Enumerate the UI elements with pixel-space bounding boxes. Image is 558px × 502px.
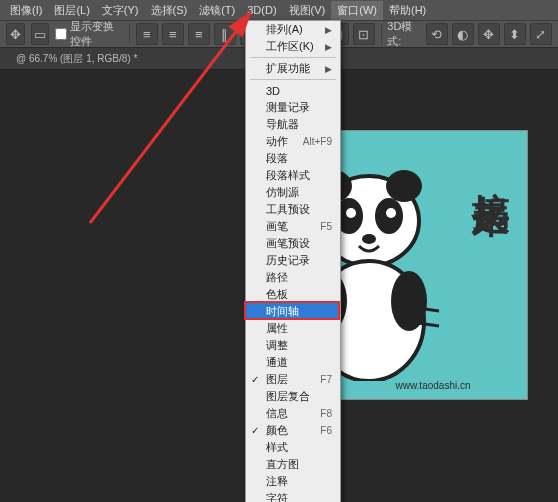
- menu-shortcut: F8: [320, 408, 332, 419]
- menu-item-label: 时间轴: [266, 304, 299, 319]
- show-transform-label: 显示变换控件: [70, 19, 123, 49]
- move-tool-icon[interactable]: ✥: [6, 23, 25, 45]
- menu-item[interactable]: 工具预设: [246, 201, 340, 218]
- panda-graphic: [338, 161, 469, 381]
- menu-item[interactable]: 工作区(K)▶: [246, 38, 340, 55]
- menu-item[interactable]: 图像(I): [4, 1, 48, 20]
- menu-item[interactable]: 段落样式: [246, 167, 340, 184]
- menu-item[interactable]: 路径: [246, 269, 340, 286]
- menu-item-label: 工作区(K): [266, 39, 314, 54]
- menu-item[interactable]: 3D(D): [241, 2, 282, 18]
- menu-item-label: 扩展功能: [266, 61, 310, 76]
- menu-item[interactable]: 动作Alt+F9: [246, 133, 340, 150]
- menu-item-label: 排列(A): [266, 22, 303, 37]
- menu-item[interactable]: 文字(Y): [96, 1, 145, 20]
- menu-shortcut: F6: [320, 425, 332, 436]
- layer-select-icon[interactable]: ▭: [31, 23, 50, 45]
- menu-item[interactable]: 测量记录: [246, 99, 340, 116]
- menu-item-label: 路径: [266, 270, 288, 285]
- menu-item[interactable]: 仿制源: [246, 184, 340, 201]
- menu-item-label: 历史记录: [266, 253, 310, 268]
- distribute-icon[interactable]: ⊡: [353, 23, 375, 45]
- image-watermark: www.taodashi.cn: [339, 380, 527, 391]
- menu-item[interactable]: 选择(S): [145, 1, 194, 20]
- window-menu-dropdown: 排列(A)▶工作区(K)▶扩展功能▶3D测量记录导航器动作Alt+F9段落段落样…: [245, 20, 341, 502]
- menu-item-label: 样式: [266, 440, 288, 455]
- menu-item-label: 工具预设: [266, 202, 310, 217]
- menu-item[interactable]: 导航器: [246, 116, 340, 133]
- menu-item[interactable]: 时间轴: [246, 303, 340, 320]
- mode-3d-label: 3D模式:: [387, 19, 420, 49]
- align-icon[interactable]: ≡: [162, 23, 184, 45]
- 3d-icon[interactable]: ✥: [478, 23, 500, 45]
- menu-item[interactable]: 注释: [246, 473, 340, 490]
- menu-item[interactable]: 画笔F5: [246, 218, 340, 235]
- menu-item[interactable]: 帮助(H): [383, 1, 432, 20]
- menu-item[interactable]: 图层(L): [48, 1, 95, 20]
- menu-item-label: 图层: [266, 372, 288, 387]
- menu-item[interactable]: 滤镜(T): [193, 1, 241, 20]
- menu-item-label: 调整: [266, 338, 288, 353]
- check-icon: ✓: [251, 425, 259, 436]
- check-icon: ✓: [251, 374, 259, 385]
- menu-item-label: 测量记录: [266, 100, 310, 115]
- align-icon[interactable]: ≡: [136, 23, 158, 45]
- menu-item[interactable]: 扩展功能▶: [246, 60, 340, 77]
- separator: [129, 24, 130, 44]
- submenu-arrow-icon: ▶: [325, 25, 332, 35]
- svg-point-6: [386, 208, 396, 218]
- menu-item[interactable]: 调整: [246, 337, 340, 354]
- menu-item-label: 属性: [266, 321, 288, 336]
- menu-item[interactable]: 通道: [246, 354, 340, 371]
- image-caption: 搞起来: [466, 161, 515, 173]
- menu-item[interactable]: 画笔预设: [246, 235, 340, 252]
- menu-item[interactable]: 属性: [246, 320, 340, 337]
- align-icon[interactable]: ‖: [214, 23, 236, 45]
- menu-item[interactable]: ✓图层F7: [246, 371, 340, 388]
- menu-item[interactable]: 样式: [246, 439, 340, 456]
- menu-item[interactable]: 色板: [246, 286, 340, 303]
- menu-item[interactable]: 直方图: [246, 456, 340, 473]
- menu-item-label: 段落样式: [266, 168, 310, 183]
- menu-item[interactable]: ✓颜色F6: [246, 422, 340, 439]
- menu-item-label: 画笔预设: [266, 236, 310, 251]
- menu-item-label: 通道: [266, 355, 288, 370]
- 3d-mode-tools: ⟲ ◐ ✥ ⬍ ⤢: [426, 23, 552, 45]
- 3d-icon[interactable]: ⤢: [530, 23, 552, 45]
- menu-item-label: 仿制源: [266, 185, 299, 200]
- document-tab[interactable]: @ 66.7% (图层 1, RGB/8) *: [8, 49, 145, 69]
- menu-bar: 图像(I)图层(L)文字(Y)选择(S)滤镜(T)3D(D)视图(V)窗口(W)…: [0, 0, 558, 20]
- menu-item-label: 画笔: [266, 219, 288, 234]
- menu-item[interactable]: 段落: [246, 150, 340, 167]
- menu-item[interactable]: 窗口(W): [331, 1, 383, 20]
- svg-point-2: [386, 170, 422, 202]
- menu-item-label: 字符: [266, 491, 288, 502]
- menu-separator: [250, 57, 336, 58]
- show-transform-controls[interactable]: 显示变换控件: [55, 19, 123, 49]
- menu-separator: [250, 79, 336, 80]
- show-transform-checkbox[interactable]: [55, 28, 67, 40]
- menu-item-label: 信息: [266, 406, 288, 421]
- svg-point-5: [346, 208, 356, 218]
- menu-item-label: 动作: [266, 134, 288, 149]
- menu-item-label: 颜色: [266, 423, 288, 438]
- 3d-icon[interactable]: ⟲: [426, 23, 448, 45]
- menu-item-label: 色板: [266, 287, 288, 302]
- menu-item-label: 3D: [266, 85, 280, 97]
- menu-item-label: 直方图: [266, 457, 299, 472]
- menu-item[interactable]: 字符: [246, 490, 340, 502]
- canvas-image[interactable]: 搞起来 www.taodashi.cn: [338, 130, 528, 400]
- menu-item[interactable]: 视图(V): [283, 1, 332, 20]
- menu-shortcut: F5: [320, 221, 332, 232]
- align-icon[interactable]: ≡: [188, 23, 210, 45]
- 3d-icon[interactable]: ◐: [452, 23, 474, 45]
- menu-item[interactable]: 排列(A)▶: [246, 21, 340, 38]
- 3d-icon[interactable]: ⬍: [504, 23, 526, 45]
- menu-item[interactable]: 3D: [246, 82, 340, 99]
- menu-item[interactable]: 图层复合: [246, 388, 340, 405]
- menu-item-label: 导航器: [266, 117, 299, 132]
- menu-item[interactable]: 历史记录: [246, 252, 340, 269]
- submenu-arrow-icon: ▶: [325, 42, 332, 52]
- submenu-arrow-icon: ▶: [325, 64, 332, 74]
- menu-item[interactable]: 信息F8: [246, 405, 340, 422]
